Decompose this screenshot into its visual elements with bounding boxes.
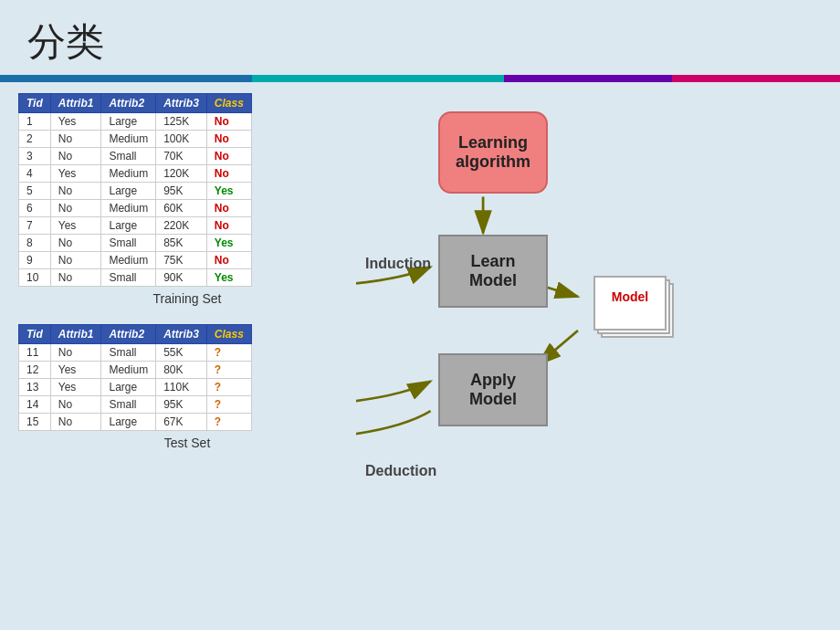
cell-a2: Large <box>101 113 156 131</box>
col-attrib3: Attrib3 <box>156 94 207 113</box>
cell-class: Yes <box>206 235 251 252</box>
cell-a3: 220K <box>156 217 207 235</box>
cell-a3: 95K <box>156 183 207 200</box>
table-row: 3 No Small 70K No <box>19 148 252 165</box>
diagram-area: Learning algorithm Induction Learn Model… <box>356 93 822 568</box>
deduction-text: Deduction <box>365 463 436 478</box>
col-class: Class <box>206 94 251 113</box>
cell-tid: 9 <box>19 252 51 269</box>
cell-a2: Small <box>101 396 156 414</box>
cell-a2: Medium <box>101 362 156 379</box>
table-row: 5 No Large 95K Yes <box>19 183 252 200</box>
cell-tid: 8 <box>19 235 51 252</box>
cell-class: Yes <box>206 183 251 200</box>
learn-model-box: Learn Model <box>438 235 548 308</box>
cell-a1: Yes <box>50 379 101 396</box>
cell-class: No <box>206 165 251 183</box>
table-row: 12 Yes Medium 80K ? <box>19 362 252 379</box>
cell-a2: Large <box>101 183 156 200</box>
cell-a3: 100K <box>156 131 207 148</box>
cell-a3: 85K <box>156 235 207 252</box>
table-row: 9 No Medium 75K No <box>19 252 252 269</box>
cell-a2: Small <box>101 235 156 252</box>
cell-tid: 1 <box>19 113 51 131</box>
cell-a1: No <box>50 235 101 252</box>
apply-model-label: Apply Model <box>469 371 517 409</box>
cell-class: No <box>206 113 251 131</box>
cell-a3: 75K <box>156 252 207 269</box>
cell-a3: 125K <box>156 113 207 131</box>
cell-class: ? <box>206 344 251 362</box>
induction-label: Induction <box>365 256 431 272</box>
cell-tid: 14 <box>19 396 51 414</box>
cell-a2: Small <box>101 344 156 362</box>
cell-tid: 10 <box>19 269 51 287</box>
color-bars <box>0 75 840 82</box>
cell-class: No <box>206 217 251 235</box>
cell-tid: 7 <box>19 217 51 235</box>
cell-a1: Yes <box>50 362 101 379</box>
cell-a1: Yes <box>50 165 101 183</box>
cell-a3: 67K <box>156 414 207 431</box>
test-table: Tid Attrib1 Attrib2 Attrib3 Class 11 No … <box>18 324 252 431</box>
cell-a1: No <box>50 344 101 362</box>
diagram-arrows <box>356 93 822 568</box>
cell-a1: No <box>50 183 101 200</box>
cell-a1: No <box>50 414 101 431</box>
learning-algorithm-label: Learning algorithm <box>456 133 530 172</box>
cell-a2: Large <box>101 217 156 235</box>
cell-a1: No <box>50 269 101 287</box>
cell-tid: 15 <box>19 414 51 431</box>
table-row: 4 Yes Medium 120K No <box>19 165 252 183</box>
cell-class: ? <box>206 396 251 414</box>
cell-tid: 13 <box>19 379 51 396</box>
table-row: 13 Yes Large 110K ? <box>19 379 252 396</box>
cell-a1: No <box>50 131 101 148</box>
cell-class: ? <box>206 379 251 396</box>
cell-a1: No <box>50 148 101 165</box>
cell-tid: 5 <box>19 183 51 200</box>
cell-a1: Yes <box>50 113 101 131</box>
induction-text: Induction <box>365 256 431 271</box>
cell-a1: No <box>50 252 101 269</box>
cell-a3: 120K <box>156 165 207 183</box>
cell-a2: Small <box>101 148 156 165</box>
cell-tid: 3 <box>19 148 51 165</box>
cell-a3: 60K <box>156 200 207 217</box>
cell-class: Yes <box>206 269 251 287</box>
page-title: 分类 <box>27 16 813 68</box>
cell-a2: Medium <box>101 200 156 217</box>
cell-a1: No <box>50 396 101 414</box>
cell-class: No <box>206 131 251 148</box>
training-caption: Training Set <box>18 291 356 306</box>
cell-a3: 110K <box>156 379 207 396</box>
cell-a2: Small <box>101 269 156 287</box>
col-class-test: Class <box>206 325 251 344</box>
cell-class: No <box>206 252 251 269</box>
test-table-area: Tid Attrib1 Attrib2 Attrib3 Class 11 No … <box>18 324 356 450</box>
table-row: 11 No Small 55K ? <box>19 344 252 362</box>
table-row: 1 Yes Large 125K No <box>19 113 252 131</box>
table-row: 7 Yes Large 220K No <box>19 217 252 235</box>
cell-a2: Medium <box>101 252 156 269</box>
model-stack: Model <box>593 276 676 340</box>
cell-class: No <box>206 200 251 217</box>
training-table: Tid Attrib1 Attrib2 Attrib3 Class 1 Yes … <box>18 93 252 287</box>
col-attrib3-test: Attrib3 <box>156 325 207 344</box>
cell-tid: 11 <box>19 344 51 362</box>
training-table-wrapper: Tid Attrib1 Attrib2 Attrib3 Class 1 Yes … <box>18 93 356 306</box>
cell-tid: 6 <box>19 200 51 217</box>
table-row: 6 No Medium 60K No <box>19 200 252 217</box>
cell-a1: No <box>50 200 101 217</box>
cell-tid: 4 <box>19 165 51 183</box>
cell-a2: Medium <box>101 131 156 148</box>
cell-class: ? <box>206 414 251 431</box>
left-panel: Tid Attrib1 Attrib2 Attrib3 Class 1 Yes … <box>18 93 356 568</box>
apply-model-box: Apply Model <box>438 353 548 426</box>
cell-a2: Large <box>101 379 156 396</box>
deduction-label: Deduction <box>365 463 436 479</box>
cell-a1: Yes <box>50 217 101 235</box>
table-row: 14 No Small 95K ? <box>19 396 252 414</box>
col-tid-test: Tid <box>19 325 51 344</box>
cell-a3: 95K <box>156 396 207 414</box>
